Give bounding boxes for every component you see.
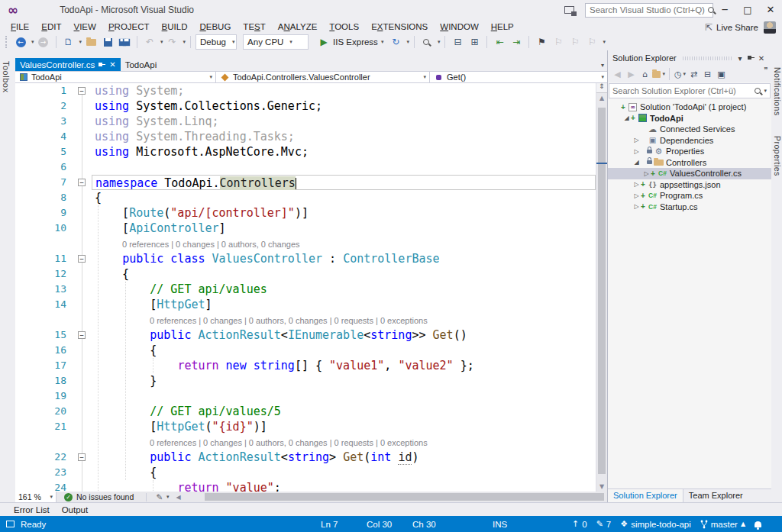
menu-extensions[interactable]: EXTENSIONS xyxy=(365,20,434,34)
tree-item-appsettings-json[interactable]: ▷ + {} appsettings.json xyxy=(608,179,771,191)
code-line-14[interactable]: 14 [HttpGet] xyxy=(15,297,596,312)
fold-margin[interactable] xyxy=(73,404,92,419)
tool-tab-properties[interactable]: Properties xyxy=(771,133,782,179)
code-line-22[interactable]: 22 − public ActionResult<string> Get(int… xyxy=(15,450,596,465)
outgoing-commits-button[interactable]: ↑ 0 xyxy=(572,519,587,529)
previous-bookmark-button[interactable]: ⚐ xyxy=(551,34,566,50)
editor-horizontal-scrollbar[interactable]: ◀ xyxy=(174,492,607,502)
expand-arrow-icon[interactable]: ▷ xyxy=(642,170,651,177)
unsaved-edits-button[interactable]: ✎ 7 xyxy=(596,519,612,529)
start-target-label[interactable]: IIS Express xyxy=(333,37,378,47)
menu-build[interactable]: BUILD xyxy=(156,20,194,34)
fold-margin[interactable]: − xyxy=(73,83,92,98)
code-line-24[interactable]: 24 return "value"; xyxy=(15,480,596,492)
comment-lines-button[interactable]: ⊟ xyxy=(450,34,465,50)
expand-arrow-icon[interactable]: ▷ xyxy=(632,181,641,188)
code-line-7[interactable]: 7 − namespace TodoApi.Controllers xyxy=(15,175,596,190)
panel-tab-error-list[interactable]: Error List xyxy=(14,505,50,514)
panel-tab-team-explorer[interactable]: Team Explorer xyxy=(683,489,748,502)
code-line-3[interactable]: 3 using System.Linq; xyxy=(15,114,596,129)
fold-margin[interactable] xyxy=(73,282,92,297)
toolbar-overflow-button[interactable]: ❞ xyxy=(764,66,768,74)
code-line-13[interactable]: 13 // GET api/values xyxy=(15,282,596,297)
expand-arrow-icon[interactable]: ▷ xyxy=(632,203,641,210)
minimize-button[interactable]: ─ xyxy=(713,0,736,20)
fold-margin[interactable] xyxy=(73,480,92,492)
code-line-23[interactable]: 23 { xyxy=(15,465,596,480)
fold-margin[interactable] xyxy=(73,266,92,282)
redo-button[interactable]: ↷ xyxy=(165,34,180,50)
collapse-arrow-icon[interactable]: ◢ xyxy=(632,159,641,166)
fold-margin[interactable] xyxy=(73,160,92,175)
fold-margin[interactable] xyxy=(73,114,92,129)
line-number[interactable]: 11 xyxy=(15,251,73,266)
collapse-region-icon[interactable]: − xyxy=(78,331,86,339)
horizontal-scrollbar-thumb[interactable] xyxy=(205,493,604,501)
collapse-region-icon[interactable]: − xyxy=(78,87,86,95)
tree-item-valuescontroller-cs[interactable]: ▷ + C# ValuesController.cs xyxy=(608,168,771,179)
character-indicator[interactable]: Ch 30 xyxy=(412,520,493,529)
tree-item-todoapi[interactable]: ◢ + TodoApi xyxy=(608,113,771,124)
collapse-region-icon[interactable]: − xyxy=(78,255,86,263)
solution-platform-select[interactable]: Any CPU▾ xyxy=(243,34,309,50)
solution-search-input[interactable] xyxy=(612,86,754,95)
line-number[interactable]: 15 xyxy=(15,327,73,343)
line-number[interactable]: 1 xyxy=(15,83,73,98)
menu-file[interactable]: FILE xyxy=(5,20,35,34)
window-position-icon[interactable]: ▾ xyxy=(735,54,745,63)
line-number[interactable]: 5 xyxy=(15,144,73,160)
user-avatar[interactable] xyxy=(764,21,776,34)
line-number[interactable]: 12 xyxy=(15,266,73,282)
close-button[interactable]: ✕ xyxy=(759,0,782,20)
code-line-1[interactable]: 1 − using System; xyxy=(15,83,596,98)
zoom-level-select[interactable]: 161 %▾ xyxy=(15,492,57,502)
sync-with-active-document-button[interactable]: ⇄ xyxy=(687,67,700,81)
line-number[interactable]: 2 xyxy=(15,98,73,114)
line-number[interactable]: 3 xyxy=(15,114,73,129)
quick-search-box[interactable] xyxy=(585,3,713,18)
tree-item-solution-todoapi-1-project[interactable]: + ∞ Solution 'TodoApi' (1 project) xyxy=(608,102,771,113)
code-line-20[interactable]: 20 // GET api/values/5 xyxy=(15,404,596,419)
code-line-15[interactable]: 15 − public ActionResult<IEnumerable<str… xyxy=(15,327,596,343)
code-line-6[interactable]: 6 xyxy=(15,160,596,175)
switch-views-button[interactable]: ▾ xyxy=(652,67,665,81)
document-tab-valuescontroller-cs[interactable]: ValuesController.cs ✕ xyxy=(15,58,121,71)
fold-margin[interactable] xyxy=(73,129,92,144)
code-line-17[interactable]: 17 return new string[] { "value1", "valu… xyxy=(15,358,596,373)
increase-indent-button[interactable]: ⇥ xyxy=(509,34,524,50)
collapse-all-button[interactable]: ⊟ xyxy=(701,67,714,81)
code-line-19[interactable]: 19 xyxy=(15,389,596,404)
code-line-11[interactable]: 11 − public class ValuesController : Con… xyxy=(15,251,596,266)
fold-margin[interactable] xyxy=(73,144,92,160)
decrease-indent-button[interactable]: ⇤ xyxy=(492,34,507,50)
fold-margin[interactable]: − xyxy=(73,175,92,190)
menu-analyze[interactable]: ANALYZE xyxy=(272,20,324,34)
quick-search-input[interactable] xyxy=(590,5,707,15)
find-in-files-button[interactable] xyxy=(419,34,435,50)
fold-margin[interactable]: − xyxy=(73,450,92,465)
collapse-arrow-icon[interactable]: ◢ xyxy=(622,114,631,121)
menu-test[interactable]: TEST xyxy=(237,20,271,34)
fold-margin[interactable] xyxy=(73,419,92,434)
line-number[interactable]: 14 xyxy=(15,297,73,312)
tree-item-connected-services[interactable]: ☁ Connected Services xyxy=(608,124,771,135)
breadcrumb-member-select[interactable]: Get() ▾ xyxy=(430,72,607,82)
home-button[interactable]: ⌂ xyxy=(638,67,651,81)
line-indicator[interactable]: Ln 7 xyxy=(321,520,367,529)
insert-mode-indicator[interactable]: INS xyxy=(493,520,563,529)
code-line-4[interactable]: 4 using System.Threading.Tasks; xyxy=(15,129,596,144)
line-number[interactable]: 6 xyxy=(15,160,73,175)
line-number[interactable]: 20 xyxy=(15,404,73,419)
tree-item-properties[interactable]: ▷ ⚙ Properties xyxy=(608,146,771,157)
code-editor[interactable]: 1 − using System; 2 using System.Collect… xyxy=(15,83,596,492)
line-number[interactable]: 22 xyxy=(15,450,73,465)
send-feedback-icon[interactable] xyxy=(564,6,574,14)
document-health-indicator[interactable]: ✓ No issues found xyxy=(57,492,141,501)
menu-view[interactable]: VIEW xyxy=(68,20,102,34)
codelens-indicator[interactable]: 0 references | 0 changes | 0 authors, 0 … xyxy=(15,312,596,327)
menu-window[interactable]: WINDOW xyxy=(434,20,484,34)
fold-margin[interactable] xyxy=(73,465,92,480)
line-number[interactable]: 16 xyxy=(15,343,73,358)
fold-margin[interactable] xyxy=(73,358,92,373)
code-line-5[interactable]: 5 using Microsoft.AspNetCore.Mvc; xyxy=(15,144,596,160)
